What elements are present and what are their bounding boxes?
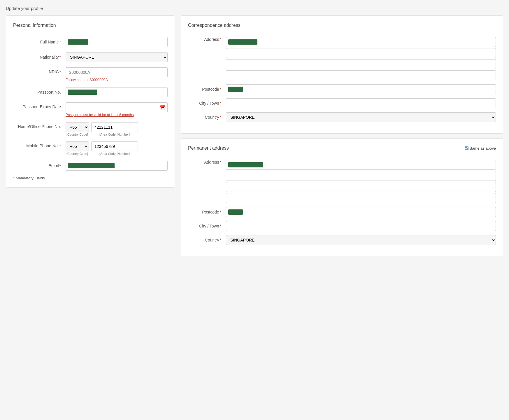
full-name-input[interactable] (66, 37, 168, 47)
passport-expiry-row: Passport Expiry Date 📅 Passport must be … (13, 102, 168, 117)
email-label: Email* (13, 163, 66, 168)
email-row: Email* (13, 161, 168, 171)
country-code-label: [Country Code] (66, 133, 88, 136)
mobile-number-wrap: [Area Code][Number] (91, 141, 138, 155)
corr-country-row: Country* SINGAPORE (188, 112, 496, 122)
perm-postcode-label: Postcode* (188, 210, 226, 214)
email-input[interactable] (66, 161, 168, 171)
perm-city-row: City / Town* (188, 221, 496, 231)
right-panel: Correspondence address Address* (181, 15, 503, 256)
full-name-row: Full Name* (13, 37, 168, 47)
perm-address-line2[interactable] (226, 171, 496, 181)
perm-country-row: Country* SINGAPORE (188, 235, 496, 245)
mobile-phone-row: Mobile Phone No.* +65 [Country Code] [Ar… (13, 141, 168, 155)
corr-postcode-input[interactable] (226, 84, 496, 94)
email-field-wrapper (66, 161, 168, 171)
home-country-code-select[interactable]: +65 (66, 122, 89, 132)
passport-input[interactable] (66, 87, 168, 97)
corr-city-field (226, 98, 496, 108)
passport-hint: Passport must be valid for at least 6 mo… (66, 113, 168, 117)
passport-expiry-input[interactable] (66, 102, 168, 112)
mobile-phone-number-input[interactable] (91, 141, 138, 151)
passport-expiry-field: 📅 Passport must be valid for at least 6 … (66, 102, 168, 117)
same-as-above-label[interactable]: Same as above (465, 146, 496, 150)
home-phone-field: +65 [Country Code] [Area Code][Number] (66, 122, 168, 136)
perm-address-line3[interactable] (226, 182, 496, 192)
corr-country-label: Country* (188, 115, 226, 120)
home-phone-row: Home/Office Phone No. +65 [Country Code]… (13, 122, 168, 136)
perm-country-label: Country* (188, 238, 226, 242)
corr-address-label: Address* (188, 37, 226, 42)
passport-row: Passport No. (13, 87, 168, 97)
corr-country-select[interactable]: SINGAPORE (226, 112, 496, 122)
home-phone-number-input[interactable] (91, 122, 138, 132)
correspondence-title: Correspondence address (188, 23, 496, 31)
country-code-label-mobile: [Country Code] (66, 152, 88, 155)
corr-postcode-label: Postcode* (188, 87, 226, 92)
home-number-wrap: [Area Code][Number] (91, 122, 138, 136)
corr-postcode-field (226, 84, 496, 94)
personal-info-card: Personal information Full Name* National… (6, 15, 175, 188)
permanent-header: Permanent address Same as above (188, 146, 496, 154)
passport-field (66, 87, 168, 97)
perm-postcode-field (226, 207, 496, 217)
passport-label: Passport No. (13, 90, 66, 94)
perm-address-label: Address* (188, 160, 226, 164)
mobile-phone-field: +65 [Country Code] [Area Code][Number] (66, 141, 168, 155)
corr-city-row: City / Town* (188, 98, 496, 108)
perm-address-inputs (226, 160, 496, 203)
corr-city-input[interactable] (226, 98, 496, 108)
personal-info-title: Personal information (13, 23, 168, 31)
home-country-code-wrap: +65 [Country Code] (66, 122, 89, 136)
nationality-field: SINGAPORE (66, 52, 168, 62)
nationality-row: Nationality* SINGAPORE (13, 52, 168, 62)
perm-postcode-row: Postcode* (188, 207, 496, 217)
permanent-title: Permanent address (188, 146, 229, 151)
corr-address-row: Address* (188, 37, 496, 80)
full-name-label: Full Name* (13, 40, 66, 44)
perm-city-input[interactable] (226, 221, 496, 231)
corr-address-line1[interactable] (226, 37, 496, 47)
mandatory-note: * Mandatory Fields (13, 176, 168, 180)
same-as-above-checkbox[interactable] (465, 146, 468, 150)
nric-hint: Follow pattern: S0000000A (66, 78, 168, 82)
nationality-label: Nationality* (13, 55, 66, 60)
corr-city-label: City / Town* (188, 101, 226, 106)
perm-address-row: Address* (188, 160, 496, 203)
page-title: Update your profile (6, 6, 503, 11)
nationality-select[interactable]: SINGAPORE (66, 52, 168, 62)
mobile-country-code-wrap: +65 [Country Code] (66, 141, 89, 155)
perm-city-label: City / Town* (188, 224, 226, 228)
corr-address-inputs (226, 37, 496, 80)
permanent-card: Permanent address Same as above Address* (181, 138, 503, 256)
correspondence-card: Correspondence address Address* (181, 15, 503, 134)
nric-row: NRIC* Follow pattern: S0000000A (13, 67, 168, 82)
nric-field: Follow pattern: S0000000A (66, 67, 168, 82)
home-phone-label: Home/Office Phone No. (13, 122, 66, 129)
perm-country-select[interactable]: SINGAPORE (226, 235, 496, 245)
nric-input[interactable] (66, 67, 168, 77)
perm-address-line1[interactable] (226, 160, 496, 170)
area-code-label-mobile: [Area Code][Number] (91, 152, 138, 155)
passport-expiry-label: Passport Expiry Date (13, 102, 66, 109)
nric-label: NRIC* (13, 67, 66, 74)
mobile-phone-label: Mobile Phone No.* (13, 141, 66, 148)
corr-postcode-row: Postcode* (188, 84, 496, 94)
perm-country-field: SINGAPORE (226, 235, 496, 245)
perm-city-field (226, 221, 496, 231)
corr-address-line2[interactable] (226, 48, 496, 58)
corr-country-field: SINGAPORE (226, 112, 496, 122)
full-name-field (66, 37, 168, 47)
corr-address-line3[interactable] (226, 59, 496, 69)
corr-address-line4[interactable] (226, 70, 496, 80)
perm-postcode-input[interactable] (226, 207, 496, 217)
perm-address-line4[interactable] (226, 193, 496, 203)
area-code-label-home: [Area Code][Number] (91, 133, 138, 136)
mobile-country-code-select[interactable]: +65 (66, 141, 89, 151)
